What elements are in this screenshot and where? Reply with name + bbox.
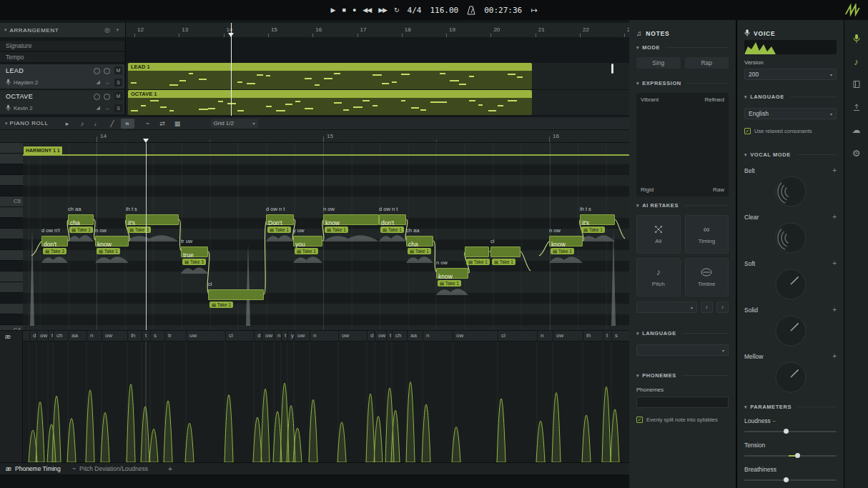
fader-icon[interactable]: ◢ [97,105,100,111]
phoneme-strip[interactable]: æ dowtchaanowihtstruwcldowntyuwnowdowtch… [0,330,629,342]
solo-button[interactable]: S [114,104,122,112]
piano-key[interactable] [0,175,23,186]
metronome-icon[interactable] [467,6,475,15]
phoneme-token[interactable]: aa [410,332,417,339]
section-note-language[interactable]: ▾LANGUAGE [636,330,729,337]
phoneme-token[interactable]: n [426,332,429,339]
collapse-chevron-icon[interactable]: ▾ [4,27,7,33]
param-slider[interactable] [744,453,837,459]
phoneme-token[interactable]: t [606,332,608,339]
take-badge[interactable]: ▤ Take 1 [325,226,348,233]
phoneme-token[interactable]: uw [297,332,305,339]
add-vocal-mode-button[interactable]: + [832,259,837,267]
clip-lead-1[interactable]: LEAD 1 [128,63,532,89]
mode-rap-button[interactable]: Rap [685,57,729,69]
piano-key[interactable] [0,186,23,196]
line-tool[interactable]: ╱ [106,119,119,129]
phoneme-token[interactable]: n [90,332,93,339]
smooth-tool[interactable]: ~ [141,119,154,129]
track-octave[interactable]: OCTAVE Kevin 2 ◢ ↔ M S [0,90,124,114]
voice-waveform-thumbnail[interactable] [744,40,837,54]
goto-end-button[interactable]: ↦ [531,6,537,15]
piano-key[interactable] [0,250,23,261]
take-badge[interactable]: ▤ Take 1 [466,259,490,265]
take-badge[interactable]: ▤ Take 1 [380,226,404,233]
vocal-mode-knob[interactable] [744,221,837,254]
record-button[interactable]: ● [352,6,355,14]
track-info-icon[interactable] [104,68,110,74]
section-expression[interactable]: ▾EXPRESSION [636,80,729,86]
piano-key[interactable] [0,207,23,218]
track-dial-icon[interactable] [94,68,100,74]
section-parameters[interactable]: ▾PARAMETERS [744,404,837,410]
piano-key[interactable] [0,261,23,272]
take-badge[interactable]: ▤ Take 1 [97,248,120,254]
pianoroll-ruler[interactable]: 141516 [0,130,629,143]
draw-lyric-tool[interactable]: ♩ [91,119,104,129]
draw-note-tool[interactable]: ♪ [76,119,89,129]
stretch-tool[interactable]: ⇄ [156,119,169,129]
arrangement-header[interactable]: ▾ ARRANGEMENT ◎ + [0,23,125,37]
phoneme-token[interactable]: ih [586,332,591,339]
notes-tool[interactable]: ♪ [848,53,865,70]
playhead-line[interactable] [146,143,147,330]
tempo-row[interactable]: Tempo [0,52,124,63]
phonemes-input[interactable] [636,397,729,408]
pitch-draw-tool[interactable]: ≈ [121,119,134,129]
add-vocal-mode-button[interactable]: + [832,166,837,174]
piano-key[interactable] [0,293,23,304]
phoneme-token[interactable]: d [257,332,260,339]
piano-key[interactable] [0,304,23,314]
piano-key[interactable]: C5 [0,196,23,207]
parameter-curves[interactable] [0,342,629,462]
version-select[interactable]: 200▾ [744,69,837,80]
note[interactable]: know [436,268,468,279]
vocal-mode-knob[interactable] [744,361,837,394]
slider-handle[interactable] [795,453,800,458]
mute-button[interactable]: M [114,66,122,74]
rewind-button[interactable]: ◀◀ [363,6,371,14]
track-voice[interactable]: Hayden 2 [6,79,38,86]
phoneme-token[interactable]: ch [56,332,62,339]
pianoroll-canvas[interactable]: HARMONY 1 1 d ow n'tdon't▤ Take 3ch aach… [0,143,629,330]
mute-button[interactable]: M [114,92,122,100]
note[interactable] [465,247,489,257]
phoneme-token[interactable]: ow [265,332,272,339]
note[interactable] [490,247,521,257]
voice-tool[interactable] [848,30,865,47]
stop-button[interactable]: ■ [342,6,345,14]
retake-timing-button[interactable]: ∞ Timing [685,215,729,254]
clip-octave-1[interactable]: OCTAVE 1 [128,90,532,115]
note[interactable]: know [95,236,129,247]
phoneme-token[interactable]: tr [168,332,172,339]
note[interactable]: it's [580,214,615,225]
take-badge[interactable]: ▤ Take 3 [182,259,206,265]
phoneme-token[interactable]: t [145,332,147,339]
voice-language-select[interactable]: English▾ [744,108,837,119]
section-voice-language[interactable]: ▾LANGUAGE [744,94,837,100]
signature-row[interactable]: Signature [0,41,124,51]
section-phonemes[interactable]: ▾PHONEMES [636,372,729,379]
piano-key[interactable] [0,272,23,282]
retake-pitch-button[interactable]: ♪ Pitch [636,258,681,297]
mode-sing-button[interactable]: Sing [636,57,681,69]
play-button[interactable]: ▶ [331,6,335,14]
add-track-button[interactable]: + [114,26,121,34]
take-badge[interactable]: ▤ Take 1 [492,259,516,265]
track-lead[interactable]: LEAD Hayden 2 ◢ ↔ M S [0,64,124,89]
cloud-tool[interactable]: ☁ [848,121,865,139]
phoneme-token[interactable]: t [390,332,391,339]
piano-keyboard[interactable]: C5C4 [0,143,23,330]
phoneme-token[interactable]: uw [189,332,197,339]
phoneme-token[interactable]: d [33,332,36,339]
phoneme-token[interactable]: aa [71,332,78,339]
piano-key[interactable]: C4 [0,325,23,330]
take-badge[interactable]: ▤ Take 1 [408,248,431,254]
note[interactable]: Don't [266,214,294,225]
export-tool[interactable] [848,99,865,116]
retake-timbre-button[interactable]: Timbre [685,258,729,297]
phoneme-token[interactable]: n [313,332,316,339]
pan-icon[interactable]: ↔ [105,106,110,111]
phoneme-token[interactable]: ow [456,332,463,339]
note[interactable]: cha [406,236,433,247]
